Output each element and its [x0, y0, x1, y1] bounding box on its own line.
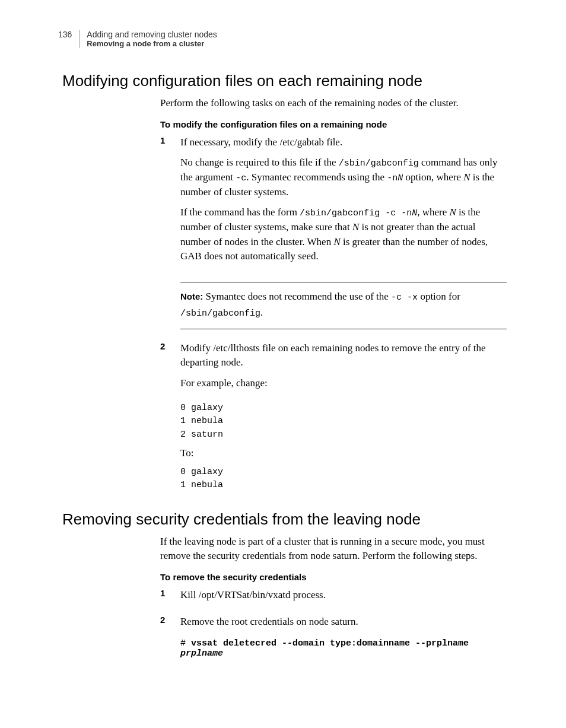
step-number: 1: [160, 135, 180, 270]
step-text: Modify /etc/llthosts file on each remain…: [180, 341, 507, 370]
header-section: Removing a node from a cluster: [87, 39, 217, 48]
step-number: 1: [160, 588, 180, 609]
note-box: Note: Symantec does not recommend the us…: [180, 282, 507, 329]
step-text: If the command has the form /sbin/gabcon…: [180, 205, 507, 264]
step-2: 2 Remove the root credentials on node sa…: [160, 615, 507, 635]
header-chapter: Adding and removing cluster nodes: [87, 30, 217, 39]
subtask-heading: To modify the configuration files on a r…: [160, 119, 507, 129]
section-heading-removing: Removing security credentials from the l…: [47, 510, 519, 529]
page-number: 136: [58, 30, 72, 39]
intro-paragraph: Perform the following tasks on each of t…: [160, 96, 507, 111]
note-text: /sbin/gabconfig.: [180, 306, 507, 320]
code-block: 0 galaxy 1 nebula: [180, 466, 507, 492]
step-text: To:: [180, 446, 507, 461]
step-2: 2 Modify /etc/llthosts file on each rema…: [160, 341, 507, 397]
step-number: 2: [160, 615, 180, 635]
step-text: If necessary, modify the /etc/gabtab fil…: [180, 135, 507, 150]
step-1: 1 If necessary, modify the /etc/gabtab f…: [160, 135, 507, 270]
code-block: 0 galaxy 1 nebula 2 saturn: [180, 402, 507, 442]
step-number: 2: [160, 341, 180, 397]
intro-paragraph: If the leaving node is part of a cluster…: [160, 535, 507, 564]
step-text: No change is required to this file if th…: [180, 155, 507, 199]
note-text: Note: Symantec does not recommend the us…: [180, 290, 507, 304]
command-line: # vssat deletecred --domain type:domainn…: [180, 638, 507, 659]
step-1: 1 Kill /opt/VRTSat/bin/vxatd process.: [160, 588, 507, 609]
page-header: 136 Adding and removing cluster nodes Re…: [47, 30, 519, 48]
step-text: Kill /opt/VRTSat/bin/vxatd process.: [180, 588, 507, 603]
section-heading-modifying: Modifying configuration files on each re…: [47, 72, 519, 90]
step-text: For example, change:: [180, 376, 507, 391]
step-text: Remove the root credentials on node satu…: [180, 615, 507, 630]
subtask-heading: To remove the security credentials: [160, 572, 507, 582]
